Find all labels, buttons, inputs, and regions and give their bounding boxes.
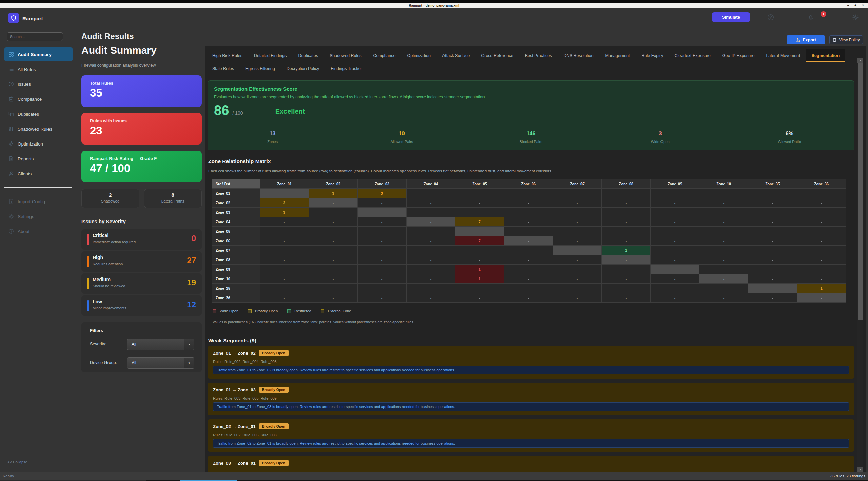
tab-duplicates[interactable]: Duplicates — [293, 49, 324, 62]
matrix-cell-zone-09-zone-08: - — [601, 264, 651, 274]
sidebar-item-all-rules[interactable]: All Rules — [4, 62, 73, 76]
mini-stat-label: Shadowed — [82, 199, 139, 203]
sidebar-item-audit-summary[interactable]: Audit Summary — [4, 47, 73, 61]
kpi-value: 23 — [90, 124, 202, 137]
severity-count: 0 — [192, 234, 196, 243]
matrix-column-header: Zone_07 — [553, 179, 602, 189]
tab-stale-rules[interactable]: Stale Rules — [206, 63, 240, 74]
matrix-cell-zone-03-zone-06: - — [504, 207, 553, 217]
tab-decryption-policy[interactable]: Decryption Policy — [281, 63, 325, 74]
sidebar-item-label: Import Config — [18, 199, 45, 204]
vertical-scrollbar[interactable]: ▲ ▼ — [857, 58, 863, 472]
bell-icon[interactable] — [807, 14, 814, 21]
matrix-cell-zone-05-zone-04: - — [406, 226, 455, 236]
window-minimize-button[interactable]: – — [847, 4, 849, 7]
sidebar-item-duplicates[interactable]: Duplicates — [4, 107, 73, 121]
tab-shadowed-rules[interactable]: Shadowed Rules — [324, 49, 368, 62]
matrix-cell-zone-03-zone-36: - — [797, 207, 846, 217]
help-icon[interactable] — [767, 14, 774, 21]
scrollbar-up-button[interactable]: ▲ — [857, 58, 863, 63]
matrix-cell-zone-08-zone-02: - — [309, 255, 358, 265]
sidebar-item-optimization[interactable]: Optimization — [4, 137, 73, 151]
matrix-cell-zone-05-zone-10: - — [699, 226, 748, 236]
tab-best-practices[interactable]: Best Practices — [519, 49, 558, 62]
tab-findings-tracker[interactable]: Findings Tracker — [325, 63, 368, 74]
taskbar-segment — [0, 480, 146, 481]
score-max: / 100 — [233, 110, 243, 116]
sidebar-item-about[interactable]: About — [4, 225, 73, 238]
window-maximize-button[interactable]: + — [854, 4, 856, 7]
gear-icon[interactable] — [852, 14, 859, 21]
kpi-label: Rampart Risk Rating — Grade F — [90, 156, 202, 161]
main-panel: High Risk RulesDetailed FindingsDuplicat… — [205, 46, 866, 472]
matrix-cell-zone-06-zone-01: - — [260, 236, 309, 246]
matrix-cell-zone-07-zone-10: - — [699, 245, 748, 255]
severity-count: 27 — [187, 256, 196, 265]
tab-geo-ip-exposure[interactable]: Geo-IP Exposure — [716, 49, 761, 62]
tab-rule-expiry[interactable]: Rule Expiry — [635, 49, 669, 62]
matrix-cell-zone-35-zone-04: - — [406, 283, 455, 293]
sidebar-collapse-link[interactable]: << Collapse — [7, 460, 27, 464]
sidebar-item-import-config[interactable]: Import Config — [4, 195, 73, 208]
scrollbar-down-button[interactable]: ▼ — [857, 467, 863, 472]
matrix-cell-zone-36-zone-01: - — [260, 293, 309, 303]
matrix-row: Zone_35-----------1 — [212, 283, 846, 293]
mini-stats: 2Shadowed8Lateral Paths — [81, 189, 202, 208]
filter-select-severity[interactable]: All▼ — [127, 339, 194, 350]
sidebar-item-clients[interactable]: Clients — [4, 167, 73, 180]
matrix-cell-zone-01-zone-08: - — [601, 188, 651, 198]
tab-optimization[interactable]: Optimization — [401, 49, 436, 62]
tab-bar-row1: High Risk RulesDetailed FindingsDuplicat… — [206, 49, 845, 62]
sidebar-item-reports[interactable]: Reports — [4, 152, 73, 166]
tab-high-risk-rules[interactable]: High Risk Rules — [206, 49, 248, 62]
tab-egress-filtering[interactable]: Egress Filtering — [240, 63, 281, 74]
matrix-cell-zone-35-zone-05: - — [455, 283, 504, 293]
matrix-cell-zone-07-zone-08: 1 — [601, 245, 651, 255]
sidebar-item-shadowed-rules[interactable]: Shadowed Rules — [4, 122, 73, 136]
matrix-row: Zone_36------------ — [212, 293, 846, 303]
matrix-cell-zone-03-zone-09: - — [650, 207, 699, 217]
sidebar-item-compliance[interactable]: Compliance — [4, 92, 73, 106]
kpi-value: 47 / 100 — [90, 162, 202, 175]
tab-management[interactable]: Management — [599, 49, 636, 62]
tab-cross-reference[interactable]: Cross-Reference — [475, 49, 519, 62]
search-input[interactable] — [7, 32, 63, 41]
bolt-icon — [8, 141, 14, 147]
weak-segment-rules: Rules: Rule_002, Rule_004, Rule_008 — [213, 360, 277, 364]
shield-icon — [11, 15, 17, 21]
window-close-button[interactable]: × — [862, 4, 864, 7]
score-stat-value: 3 — [596, 131, 725, 137]
sidebar-item-issues[interactable]: Issues — [4, 77, 73, 91]
severity-description: Requires attention — [93, 262, 123, 266]
matrix-cell-zone-02-zone-07: - — [553, 198, 602, 208]
view-policy-button[interactable]: View Policy — [829, 35, 863, 44]
matrix-cell-zone-01-zone-35: - — [748, 188, 797, 198]
tab-attack-surface[interactable]: Attack Surface — [436, 49, 475, 62]
sidebar-item-settings[interactable]: Settings — [4, 210, 73, 223]
matrix-cell-zone-35-zone-10: - — [699, 283, 748, 293]
matrix-cell-zone-09-zone-36: - — [797, 264, 846, 274]
severity-count: 12 — [187, 300, 196, 309]
matrix-cell-zone-09-zone-02: - — [309, 264, 358, 274]
tab-cleartext-exposure[interactable]: Cleartext Exposure — [669, 49, 716, 62]
matrix-cell-zone-36-zone-36: - — [797, 293, 846, 303]
tab-compliance[interactable]: Compliance — [367, 49, 401, 62]
matrix-cell-zone-35-zone-02: - — [309, 283, 358, 293]
tab-segmentation[interactable]: Segmentation — [806, 49, 845, 62]
matrix-cell-zone-08-zone-10: - — [699, 255, 748, 265]
mini-stat-value: 8 — [144, 192, 202, 198]
matrix-cell-zone-10-zone-05: 1 — [455, 274, 504, 284]
matrix-cell-zone-10-zone-35: - — [748, 274, 797, 284]
tab-lateral-movement[interactable]: Lateral Movement — [760, 49, 806, 62]
filter-select-device-group[interactable]: All▼ — [127, 357, 194, 369]
simulate-button[interactable]: Simulate — [712, 12, 750, 22]
weak-segment-title: Zone_03 → Zone_01 — [213, 461, 256, 466]
matrix-cell-zone-35-zone-06: - — [504, 283, 553, 293]
matrix-cell-zone-01-zone-05: - — [455, 188, 504, 198]
scrollbar-thumb[interactable] — [858, 63, 863, 320]
tab-detailed-findings[interactable]: Detailed Findings — [248, 49, 293, 62]
score-stat-value: 10 — [337, 131, 466, 137]
export-button[interactable]: Export — [787, 35, 825, 44]
tab-dns-resolution[interactable]: DNS Resolution — [558, 49, 599, 62]
filter-label: Severity: — [90, 342, 106, 346]
